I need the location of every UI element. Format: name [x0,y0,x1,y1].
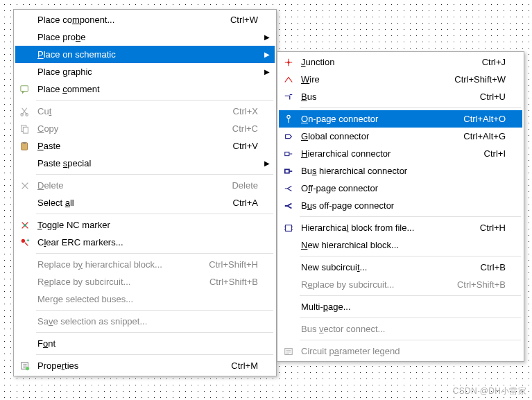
blank-icon [15,158,35,169]
menu-label: Toggle NC marker [35,220,258,230]
menu-label: Place probe [35,32,258,42]
svg-point-8 [22,238,25,242]
separator [300,340,521,340]
menu-item-bus[interactable]: BusCtrl+U [279,88,522,105]
blank-icon [15,198,35,209]
menu-label: Paste special [35,158,258,168]
global-icon [279,131,298,142]
menu-item-new-hier-block[interactable]: New hierarchical block... [279,236,522,254]
menu-item-select-all[interactable]: Select allCtrl+A [15,194,275,211]
separator [300,216,521,217]
submenu-arrow-icon: ▶ [262,159,272,167]
menu-label: Replace by subcircuit... [35,277,209,287]
menu-shortcut: Ctrl+V [233,141,262,151]
separator [36,332,273,333]
menu-shortcut: Ctrl+M [231,360,262,371]
menu-shortcut: Ctrl+B [481,262,510,272]
menu-label: Clear ERC markers... [35,237,258,247]
menu-shortcut: Ctrl+Shift+B [457,279,510,290]
menu-item-hier-block-from-file[interactable]: Hierarchical block from file...Ctrl+H [279,219,522,236]
menu-item-save-snippet: Save selection as snippet... [15,313,275,330]
menu-item-clear-erc-markers[interactable]: Clear ERC markers... [15,234,275,251]
menu-item-wire[interactable]: WireCtrl+Shift+W [279,71,522,88]
menu-label: Junction [298,57,482,67]
submenu-arrow-icon: ▶ [262,33,272,41]
menu-label: Hierarchical connector [298,148,484,159]
cut-icon [15,106,35,117]
menu-item-replace-hier-block: Replace by hierarchical block...Ctrl+Shi… [15,256,275,273]
menu-label: Replace by subcircuit... [298,279,457,290]
menu-item-off-page-connector[interactable]: Off-page connector [279,180,522,197]
blank-icon [279,324,298,335]
menu-label: Cut [35,106,233,116]
menu-label: Place comment [35,84,258,94]
svg-rect-13 [285,152,289,155]
menu-item-place-component[interactable]: Place component...Ctrl+W [15,11,275,28]
menu-label: Bus hierarchical connector [298,166,506,176]
menu-item-bus-off-page-connector[interactable]: Bus off-page connector [279,197,522,214]
menu-item-place-probe[interactable]: Place probe▶ [15,28,275,46]
menu-item-hierarchical-connector[interactable]: Hierarchical connectorCtrl+I [279,145,522,162]
busoff-icon [279,200,298,211]
wire-icon [279,74,298,85]
menu-label: Wire [298,74,454,85]
menu-item-place-on-schematic[interactable]: Place on schematic▶ [15,46,275,63]
delete-icon [15,180,35,191]
svg-point-10 [26,366,29,369]
blank-icon [15,32,35,43]
blank-icon [15,259,35,270]
menu-label: Select all [35,198,233,208]
place-on-schematic-submenu: JunctionCtrl+JWireCtrl+Shift+WBusCtrl+UO… [277,51,524,362]
menu-item-paste-special[interactable]: Paste special▶ [15,155,275,172]
separator [36,100,273,101]
menu-item-properties[interactable]: PropertiesCtrl+M [15,357,275,374]
menu-item-on-page-connector[interactable]: On-page connectorCtrl+Alt+O [279,110,522,128]
menu-shortcut: Delete [232,180,262,191]
junction-icon [279,57,298,68]
blank-icon [15,49,35,60]
menu-item-font[interactable]: Font [15,335,275,352]
offpage-icon [279,183,298,194]
blank-icon [15,15,35,26]
separator [300,107,521,108]
menu-label: Bus vector connect... [298,324,506,334]
menu-item-paste[interactable]: PasteCtrl+V [15,137,275,155]
menu-item-junction[interactable]: JunctionCtrl+J [279,53,522,71]
menu-label: Save selection as snippet... [35,316,258,327]
menu-item-replace-subcircuit-sub: Replace by subcircuit...Ctrl+Shift+B [279,276,522,293]
menu-label: Copy [35,123,232,134]
menu-shortcut: Ctrl+Alt+O [463,114,510,124]
hblock-icon [279,223,298,234]
menu-item-new-subcircuit[interactable]: New subcircuit...Ctrl+B [279,259,522,276]
menu-item-bus-hier-connector[interactable]: Bus hierarchical connector [279,162,522,180]
menu-label: Multi-page... [298,302,506,312]
menu-item-place-graphic[interactable]: Place graphic▶ [15,63,275,80]
menu-shortcut: Ctrl+Shift+B [209,277,262,287]
menu-label: Place graphic [35,67,258,77]
menu-shortcut: Ctrl+C [232,123,262,134]
watermark: CSDN @DH小雷家 [453,385,526,397]
menu-shortcut: Ctrl+Alt+G [463,131,510,141]
nc-icon [15,220,35,231]
menu-label: Bus off-page connector [298,200,506,211]
onpage-icon [279,114,298,125]
submenu-arrow-icon: ▶ [262,68,272,76]
menu-shortcut: Ctrl+Shift+H [209,259,262,270]
menu-label: Replace by hierarchical block... [35,259,209,270]
menu-item-place-comment[interactable]: Place comment [15,80,275,98]
menu-label: On-page connector [298,114,463,124]
menu-label: Circuit parameter legend [298,346,506,356]
menu-label: Hierarchical block from file... [298,223,480,233]
blank-icon [279,240,298,251]
menu-item-multi-page[interactable]: Multi-page... [279,298,522,315]
menu-label: Place on schematic [35,49,258,60]
menu-label: Font [35,338,258,349]
blank-icon [15,338,35,349]
menu-label: New hierarchical block... [298,240,506,250]
menu-item-global-connector[interactable]: Global connectorCtrl+Alt+G [279,128,522,145]
blank-icon [15,294,35,305]
comment-icon [15,84,35,95]
menu-item-toggle-nc-marker[interactable]: Toggle NC marker [15,216,275,234]
menu-label: New subcircuit... [298,262,481,272]
menu-label: Global connector [298,131,463,141]
